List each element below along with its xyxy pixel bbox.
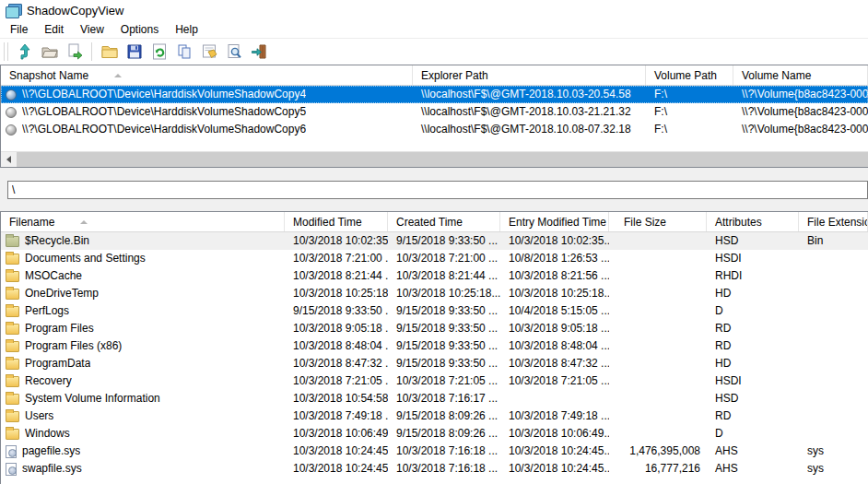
cell-file-extension: Bin (799, 232, 868, 250)
explore-folder-button[interactable] (37, 41, 62, 64)
file-row[interactable]: System Volume Information 10/3/2018 10:5… (1, 390, 868, 407)
cell-file-extension (799, 320, 868, 337)
cell-file-extension (799, 250, 868, 267)
sort-ascending-icon (114, 74, 122, 77)
cell-entry-modified-time: 10/3/2018 8:48:04 ... (500, 337, 609, 355)
cell-filename: Windows (1, 425, 285, 443)
cell-entry-modified-time: 10/8/2018 1:26:53 ... (500, 250, 609, 267)
cell-attributes: HD (707, 355, 799, 372)
cell-filename: Recovery (1, 372, 285, 390)
cell-created-time: 9/15/2018 9:33:50 ... (388, 320, 500, 337)
cell-entry-modified-time: 10/3/2018 8:47:32 ... (500, 355, 609, 372)
cell-file-size (609, 232, 707, 250)
refresh-button[interactable] (147, 41, 171, 64)
cell-attributes: D (707, 425, 799, 443)
column-header[interactable]: File Size (609, 212, 707, 231)
menu-item[interactable]: Options (112, 22, 167, 37)
cell-file-extension (799, 285, 868, 302)
file-row[interactable]: swapfile.sys 10/3/2018 10:24:45... 10/3/… (1, 460, 868, 478)
menu-item[interactable]: View (72, 22, 112, 37)
cell-created-time: 10/3/2018 7:16:17 ... (388, 390, 500, 407)
cell-modified-time: 9/15/2018 9:33:50 ... (285, 302, 388, 320)
column-header[interactable]: Volume Name (733, 65, 868, 85)
save-button[interactable] (122, 41, 147, 64)
cell-file-extension: sys (799, 460, 868, 478)
column-header[interactable]: Snapshot Name (1, 65, 413, 85)
snapshot-row[interactable]: \\?\GLOBALROOT\Device\HarddiskVolumeShad… (1, 121, 868, 138)
column-header[interactable]: Modified Time (285, 212, 388, 231)
cell-file-size (609, 320, 707, 337)
file-row[interactable]: Recovery 10/3/2018 7:21:05 ... 10/3/2018… (1, 372, 868, 390)
file-row[interactable]: MSOCache 10/3/2018 8:21:44 ... 10/3/2018… (1, 267, 868, 285)
cell-entry-modified-time (500, 390, 609, 407)
cell-modified-time: 10/3/2018 10:02:35... (285, 232, 388, 250)
file-type-icon (6, 359, 19, 370)
file-row[interactable]: Program Files 10/3/2018 9:05:18 ... 9/15… (1, 320, 868, 337)
cell-created-time: 10/3/2018 7:21:05 ... (388, 372, 500, 390)
cell-entry-modified-time: 10/3/2018 10:24:45... (500, 460, 609, 478)
scrollbar-thumb[interactable] (17, 152, 868, 167)
cell-created-time: 9/15/2018 8:09:26 ... (388, 425, 500, 443)
cell-created-time: 9/15/2018 9:33:50 ... (388, 302, 500, 320)
cell-snapshot-name: \\?\GLOBALROOT\Device\HarddiskVolumeShad… (1, 121, 413, 138)
file-row[interactable]: ProgramData 10/3/2018 8:47:32 ... 9/15/2… (1, 355, 868, 372)
file-row[interactable]: Documents and Settings 10/3/2018 7:21:00… (1, 250, 868, 267)
file-row[interactable]: PerfLogs 9/15/2018 9:33:50 ... 9/15/2018… (1, 302, 868, 320)
menu-item[interactable]: File (2, 22, 36, 37)
file-row[interactable]: OneDriveTemp 10/3/2018 10:25:18... 10/3/… (1, 285, 868, 302)
column-header[interactable]: Explorer Path (413, 65, 646, 85)
cell-filename: $Recycle.Bin (1, 232, 285, 250)
column-header[interactable]: Attributes (707, 212, 799, 231)
cell-explorer-path: \\localhost\F$\@GMT-2018.10.03-21.21.32 (413, 103, 646, 121)
snapshots-header: Snapshot Name Explorer Path Volume Path … (1, 65, 868, 86)
file-row[interactable]: Users 10/3/2018 7:49:18 ... 9/15/2018 8:… (1, 407, 868, 425)
cell-filename: PerfLogs (1, 302, 285, 320)
file-row[interactable]: Program Files (x86) 10/3/2018 8:48:04 ..… (1, 337, 868, 355)
cell-modified-time: 10/3/2018 10:24:45... (285, 460, 388, 478)
cell-filename: Program Files (x86) (1, 337, 285, 355)
horizontal-scrollbar[interactable] (1, 151, 868, 167)
cell-entry-modified-time: 10/3/2018 10:24:45... (500, 443, 609, 460)
find-button[interactable] (221, 41, 246, 64)
toolbar (0, 38, 868, 65)
go-up-button[interactable] (12, 41, 37, 64)
menu-item[interactable]: Help (167, 22, 206, 37)
menu-item[interactable]: Edit (36, 22, 72, 37)
file-row[interactable]: $Recycle.Bin 10/3/2018 10:02:35... 9/15/… (1, 232, 868, 250)
column-header[interactable]: Filename (1, 212, 285, 231)
file-row[interactable]: pagefile.sys 10/3/2018 10:24:45... 10/3/… (1, 443, 868, 460)
cell-entry-modified-time: 10/3/2018 9:05:18 ... (500, 320, 609, 337)
copy-button[interactable] (171, 41, 196, 64)
cell-modified-time: 10/3/2018 8:48:04 ... (285, 337, 388, 355)
cell-file-extension: sys (799, 443, 868, 460)
snapshots-rows: \\?\GLOBALROOT\Device\HarddiskVolumeShad… (1, 86, 868, 138)
properties-button[interactable] (196, 41, 221, 64)
cell-file-extension (799, 267, 868, 285)
snapshot-row[interactable]: \\?\GLOBALROOT\Device\HarddiskVolumeShad… (1, 86, 868, 103)
copy-selected-files-button[interactable] (62, 41, 87, 64)
toolbar-gripper (4, 42, 8, 61)
cell-entry-modified-time: 10/3/2018 10:25:18... (500, 285, 609, 302)
exit-button[interactable] (246, 41, 271, 64)
shadow-copy-icon (6, 124, 17, 136)
current-path-input[interactable] (7, 181, 868, 199)
refresh-icon (150, 42, 169, 61)
cell-created-time: 9/15/2018 8:09:26 ... (388, 407, 500, 425)
cell-entry-modified-time: 10/3/2018 10:02:35... (500, 232, 609, 250)
cell-explorer-path: \\localhost\F$\@GMT-2018.10.03-20.54.58 (413, 86, 646, 103)
snapshot-row[interactable]: \\?\GLOBALROOT\Device\HarddiskVolumeShad… (1, 103, 868, 121)
cell-modified-time: 10/3/2018 10:06:49... (285, 425, 388, 443)
column-header[interactable]: Created Time (388, 212, 500, 231)
cell-filename: ProgramData (1, 355, 285, 372)
cell-filename: OneDriveTemp (1, 285, 285, 302)
menubar: File Edit View Options Help (0, 21, 868, 38)
cell-modified-time: 10/3/2018 8:47:32 ... (285, 355, 388, 372)
scroll-left-button[interactable] (1, 152, 17, 167)
cell-attributes: HSDI (707, 250, 799, 267)
column-header[interactable]: File Extension (799, 212, 868, 231)
save-icon (125, 42, 144, 61)
browse-folder-button[interactable] (97, 41, 122, 64)
column-header[interactable]: Entry Modified Time (500, 212, 609, 231)
file-row[interactable]: Windows 10/3/2018 10:06:49... 9/15/2018 … (1, 425, 868, 443)
column-header[interactable]: Volume Path (646, 65, 733, 85)
